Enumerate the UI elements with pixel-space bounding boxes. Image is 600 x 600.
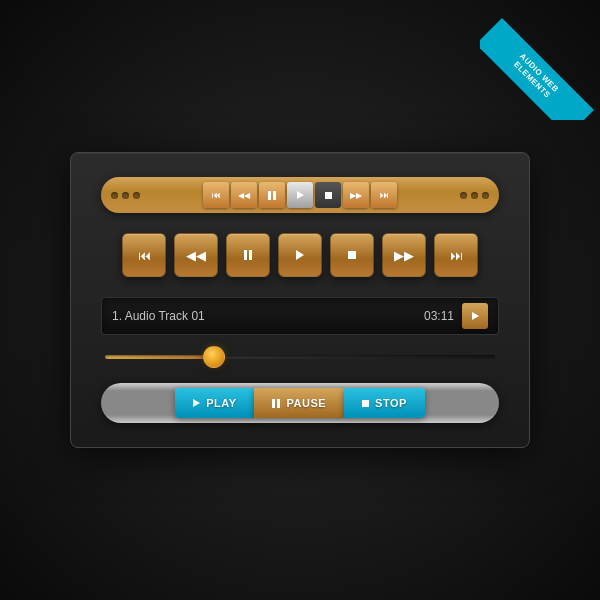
sq-buttons-row: ⏮ ◀◀ ▶▶ ⏭ [101, 233, 499, 277]
tb-stop-button[interactable] [315, 182, 341, 208]
tb-rewind-button[interactable] [231, 182, 257, 208]
bottom-pause-button[interactable]: PAUSE [254, 388, 344, 418]
sq-stop-button[interactable] [330, 233, 374, 277]
track-time: 03:11 [424, 309, 454, 323]
sq-fastfwd-button[interactable]: ▶▶ [382, 233, 426, 277]
corner-ribbon: AUDIO WEB ELEMENTS [480, 0, 600, 120]
dot-3 [133, 192, 140, 199]
tb-play-button[interactable] [287, 182, 313, 208]
dot-2 [122, 192, 129, 199]
dot-5 [471, 192, 478, 199]
slider-knob[interactable] [203, 346, 225, 368]
main-panel: ⏮ ⏭ ⏮ ◀◀ [70, 152, 530, 448]
dots-left [111, 192, 140, 199]
track-row: 1. Audio Track 01 03:11 [101, 297, 499, 335]
dot-6 [482, 192, 489, 199]
tb-pause-button[interactable] [259, 182, 285, 208]
slider-track[interactable] [105, 355, 495, 359]
transport-controls: ⏮ ⏭ [144, 182, 456, 208]
bottom-play-button[interactable]: PLAY [175, 388, 254, 418]
tb-skip-start-button[interactable]: ⏮ [203, 182, 229, 208]
sq-rewind-button[interactable]: ◀◀ [174, 233, 218, 277]
dots-right [460, 192, 489, 199]
dot-4 [460, 192, 467, 199]
tb-skip-end-button[interactable]: ⏭ [371, 182, 397, 208]
bottom-bar: PLAY PAUSE STOP [101, 383, 499, 423]
tb-fastfwd-button[interactable] [343, 182, 369, 208]
track-play-button[interactable] [462, 303, 488, 329]
dot-1 [111, 192, 118, 199]
sq-play-button[interactable] [278, 233, 322, 277]
sq-pause-button[interactable] [226, 233, 270, 277]
sq-skip-start-button[interactable]: ⏮ [122, 233, 166, 277]
track-name: 1. Audio Track 01 [112, 309, 424, 323]
slider-row [101, 355, 499, 359]
transport-bar: ⏮ ⏭ [101, 177, 499, 213]
bottom-stop-button[interactable]: STOP [344, 388, 425, 418]
sq-skip-end-button[interactable]: ⏭ [434, 233, 478, 277]
ribbon-text: AUDIO WEB ELEMENTS [480, 18, 594, 120]
